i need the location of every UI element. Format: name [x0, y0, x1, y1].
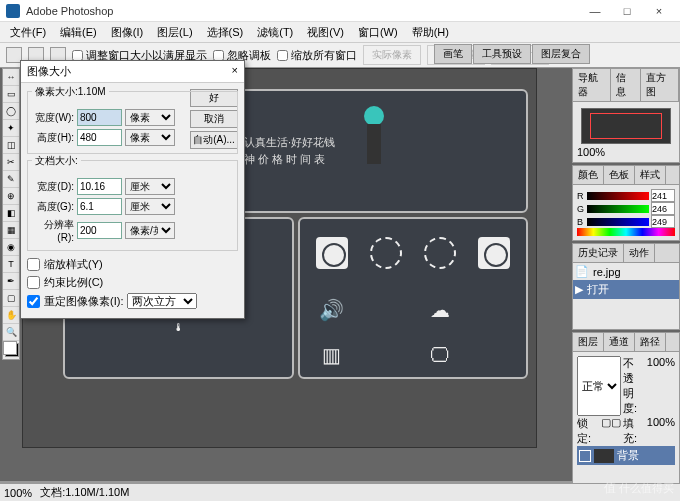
fill-label: 填充: — [623, 416, 645, 446]
r-value[interactable] — [651, 189, 675, 202]
doc-width-unit[interactable]: 厘米 — [125, 178, 175, 195]
speaker-icon: 🔊 — [319, 298, 344, 322]
slider-g[interactable]: G — [577, 202, 675, 215]
tab-layer-comps[interactable]: 图层复合 — [532, 44, 590, 64]
b-value[interactable] — [651, 215, 675, 228]
tab-brush[interactable]: 画笔 — [434, 44, 472, 64]
resolution-unit[interactable]: 像素/英寸 — [125, 222, 175, 239]
tagline-2: 神 价 格 时 间 表 — [244, 151, 335, 169]
height-input[interactable] — [77, 129, 122, 146]
close-button[interactable]: × — [644, 1, 674, 21]
doc-width-input[interactable] — [77, 178, 122, 195]
hand-tool[interactable]: ✋ — [3, 307, 19, 324]
constrain-checkbox[interactable]: 约束比例(C) — [27, 275, 238, 290]
doc-size-legend: 文档大小: — [32, 154, 81, 168]
dialog-titlebar[interactable]: 图像大小 × — [21, 61, 244, 83]
hdd-icon — [478, 237, 510, 269]
scale-all-checkbox[interactable]: 缩放所有窗口 — [277, 48, 357, 63]
blend-mode-select[interactable]: 正常 — [577, 356, 621, 416]
battery-icon: ▥ — [322, 343, 341, 367]
height-unit-select[interactable]: 像素 — [125, 129, 175, 146]
gradient-tool[interactable]: ▦ — [3, 222, 19, 239]
history-item[interactable]: 📄re.jpg — [573, 263, 679, 280]
tab-layers[interactable]: 图层 — [573, 333, 604, 351]
scale-all-label: 缩放所有窗口 — [291, 48, 357, 63]
zoom-tool[interactable]: 🔍 — [3, 324, 19, 341]
doc-height-label: 高度(G): — [32, 200, 74, 214]
history-item[interactable]: ▶打开 — [573, 280, 679, 299]
menu-help[interactable]: 帮助(H) — [406, 23, 455, 42]
art-tagline: 认真生活·好好花钱 神 价 格 时 间 表 — [244, 134, 335, 169]
tab-channels[interactable]: 通道 — [604, 333, 635, 351]
tab-navigator[interactable]: 导航器 — [573, 69, 611, 101]
status-zoom[interactable]: 100% — [4, 487, 32, 499]
menubar: 文件(F) 编辑(E) 图像(I) 图层(L) 选择(S) 滤镜(T) 视图(V… — [0, 22, 680, 42]
tab-actions[interactable]: 动作 — [624, 244, 655, 262]
menu-layer[interactable]: 图层(L) — [151, 23, 198, 42]
slider-b[interactable]: B — [577, 215, 675, 228]
lock-label: 锁定: — [577, 416, 599, 446]
minimize-button[interactable]: — — [580, 1, 610, 21]
width-unit-select[interactable]: 像素 — [125, 109, 175, 126]
resample-checkbox[interactable]: 重定图像像素(I):两次立方 — [27, 293, 238, 309]
menu-file[interactable]: 文件(F) — [4, 23, 52, 42]
resample-method-select[interactable]: 两次立方 — [127, 293, 197, 309]
layer-name: 背景 — [617, 448, 639, 463]
move-tool[interactable]: ↔ — [3, 69, 19, 86]
tab-histogram[interactable]: 直方图 — [641, 69, 679, 101]
visibility-icon[interactable] — [579, 450, 591, 462]
tab-info[interactable]: 信息 — [611, 69, 640, 101]
pixel-dimensions-group: 像素大小:1.10M 宽度(W):像素 高度(H):像素 — [27, 91, 238, 154]
maximize-button[interactable]: □ — [612, 1, 642, 21]
slider-r[interactable]: R — [577, 189, 675, 202]
stamp-tool[interactable]: ⊕ — [3, 188, 19, 205]
scale-styles-checkbox[interactable]: 缩放样式(Y) — [27, 257, 238, 272]
dialog-close-button[interactable]: × — [232, 64, 238, 79]
menu-select[interactable]: 选择(S) — [201, 23, 250, 42]
resolution-input[interactable] — [77, 222, 122, 239]
color-panel: 颜色色板样式 R G B — [572, 165, 680, 241]
opacity-value: 100% — [647, 356, 675, 416]
navigator-thumbnail[interactable] — [581, 108, 671, 144]
lasso-tool[interactable]: ◯ — [3, 103, 19, 120]
tab-tool-presets[interactable]: 工具预设 — [473, 44, 531, 64]
crop-tool[interactable]: ◫ — [3, 137, 19, 154]
slice-tool[interactable]: ✂ — [3, 154, 19, 171]
cloud-icon: ☁ — [430, 298, 450, 322]
watermark: 值 什么值得买 — [604, 480, 674, 497]
tab-paths[interactable]: 路径 — [635, 333, 666, 351]
hardware-panel: 🔊 ☁ ▥ 🖵 — [298, 217, 529, 379]
tab-color[interactable]: 颜色 — [573, 166, 604, 184]
g-value[interactable] — [651, 202, 675, 215]
tab-styles[interactable]: 样式 — [635, 166, 666, 184]
color-ramp[interactable] — [577, 228, 675, 236]
menu-window[interactable]: 窗口(W) — [352, 23, 404, 42]
layer-row[interactable]: 背景 — [577, 446, 675, 465]
width-input[interactable] — [77, 109, 122, 126]
blur-tool[interactable]: ◉ — [3, 239, 19, 256]
pen-tool[interactable]: ✒ — [3, 273, 19, 290]
resolution-label: 分辨率(R): — [32, 218, 74, 243]
navigator-panel: 导航器信息直方图 100% — [572, 68, 680, 163]
color-swatch[interactable] — [5, 343, 19, 357]
doc-height-unit[interactable]: 厘米 — [125, 198, 175, 215]
dialog-title: 图像大小 — [27, 64, 71, 79]
hdd-icon — [316, 237, 348, 269]
doc-height-input[interactable] — [77, 198, 122, 215]
menu-view[interactable]: 视图(V) — [301, 23, 350, 42]
marquee-tool[interactable]: ▭ — [3, 86, 19, 103]
type-tool[interactable]: T — [3, 256, 19, 273]
monitor-icon: 🖵 — [430, 344, 450, 367]
status-doc-size: 文档:1.10M/1.10M — [40, 485, 129, 500]
menu-filter[interactable]: 滤镜(T) — [251, 23, 299, 42]
height-label: 高度(H): — [32, 131, 74, 145]
actual-pixels-button[interactable]: 实际像素 — [363, 45, 421, 65]
wand-tool[interactable]: ✦ — [3, 120, 19, 137]
tab-swatches[interactable]: 色板 — [604, 166, 635, 184]
brush-tool[interactable]: ✎ — [3, 171, 19, 188]
shape-tool[interactable]: ▢ — [3, 290, 19, 307]
eraser-tool[interactable]: ◧ — [3, 205, 19, 222]
tab-history[interactable]: 历史记录 — [573, 244, 624, 262]
menu-edit[interactable]: 编辑(E) — [54, 23, 103, 42]
menu-image[interactable]: 图像(I) — [105, 23, 149, 42]
